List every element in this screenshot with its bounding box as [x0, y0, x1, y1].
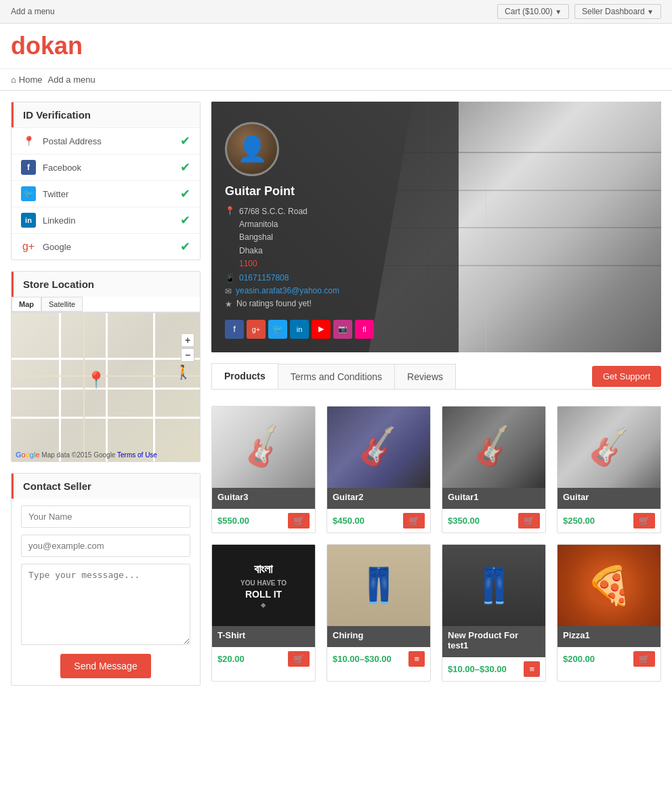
- product-name: T-Shirt: [217, 630, 310, 640]
- product-name: Guitar2: [333, 492, 425, 502]
- logo[interactable]: dokan: [11, 32, 661, 60]
- map-zoom-in[interactable]: +: [181, 333, 194, 347]
- contact-form: Send Message: [12, 499, 200, 685]
- product-price: $450.00: [333, 516, 364, 526]
- google-icon: g+: [21, 239, 36, 254]
- product-footer: Chiring: [327, 626, 430, 647]
- add-to-cart-button[interactable]: 🛒: [518, 513, 540, 528]
- view-cart-button[interactable]: ≡: [524, 661, 540, 677]
- nav-add-menu[interactable]: Add a menu: [48, 75, 96, 85]
- map-tab-map[interactable]: Map: [12, 297, 41, 312]
- product-price-row: $10.00–$30.00 ≡: [442, 657, 545, 681]
- map-placeholder: 📍 + − 🚶 Google Map data ©2015 Google Ter…: [12, 313, 200, 461]
- product-name: Guitar3: [217, 492, 310, 502]
- product-card[interactable]: 🍕 Pizza1 $200.00 🛒: [557, 544, 661, 682]
- store-email: ✉ yeasin.arafat36@yahoo.com: [225, 286, 339, 296]
- product-card[interactable]: 🎸 Guitar3 $550.00 🛒: [211, 406, 316, 533]
- sidebar-item-facebook[interactable]: f Facebook ✔: [12, 154, 200, 180]
- tab-reviews[interactable]: Reviews: [394, 364, 456, 389]
- postal-icon: 📍: [21, 133, 36, 148]
- contact-name-input[interactable]: [21, 505, 190, 528]
- store-location-section: Store Location Map Satellite 📍: [11, 271, 201, 462]
- product-footer: Guitar1: [442, 488, 545, 509]
- add-to-cart-button[interactable]: 🛒: [288, 513, 310, 528]
- map-terms-text[interactable]: Terms of Use: [117, 451, 157, 459]
- product-price-row: $20.00 🛒: [212, 647, 315, 671]
- send-message-button[interactable]: Send Message: [60, 654, 150, 678]
- map-container[interactable]: 📍 + − 🚶 Google Map data ©2015 Google Ter…: [12, 312, 200, 461]
- social-flickr-btn[interactable]: fl: [355, 320, 374, 339]
- product-price: $10.00–$30.00: [448, 664, 507, 674]
- topbar-add-menu[interactable]: Add a menu: [11, 7, 55, 16]
- contact-seller-title: Contact Seller: [12, 474, 200, 499]
- home-icon: ⌂: [11, 75, 16, 85]
- product-card[interactable]: বাংলা YOU HAVE TO ROLL IT ◆ T-Shirt $20.…: [211, 544, 316, 682]
- view-cart-button[interactable]: ≡: [408, 651, 425, 667]
- store-rating: ★ No ratings found yet!: [225, 299, 312, 309]
- product-image: 🎸: [212, 407, 315, 488]
- product-name: Pizza1: [563, 630, 655, 640]
- linkedin-label: Linkedin: [43, 215, 75, 226]
- product-card[interactable]: 🎸 Guitar2 $450.00 🛒: [327, 406, 431, 533]
- product-image: বাংলা YOU HAVE TO ROLL IT ◆: [212, 545, 315, 626]
- product-price: $20.00: [217, 654, 245, 664]
- social-twitter-btn[interactable]: 🐦: [268, 320, 287, 339]
- sidebar-item-linkedin[interactable]: in Linkedin ✔: [12, 207, 200, 233]
- social-facebook-btn[interactable]: f: [225, 320, 244, 339]
- contact-seller-section: Contact Seller Send Message: [11, 473, 201, 686]
- sidebar-item-twitter[interactable]: 🐦 Twitter ✔: [12, 180, 200, 207]
- social-linkedin-btn[interactable]: in: [290, 320, 309, 339]
- add-to-cart-button[interactable]: 🛒: [288, 651, 310, 667]
- map-zoom-out[interactable]: −: [181, 348, 194, 362]
- social-google-btn[interactable]: g+: [247, 320, 266, 339]
- map-tab-satellite[interactable]: Satellite: [41, 297, 83, 312]
- product-price-row: $200.00 🛒: [558, 647, 660, 671]
- google-check-icon: ✔: [180, 239, 190, 254]
- product-footer: New Product For test1: [442, 626, 545, 657]
- product-name: Chiring: [333, 630, 425, 640]
- product-price: $550.00: [217, 516, 249, 526]
- social-instagram-btn[interactable]: 📷: [333, 320, 352, 339]
- contact-email-input[interactable]: [21, 535, 190, 557]
- product-image: 🍕: [558, 545, 660, 626]
- facebook-label: Facebook: [43, 163, 81, 173]
- social-youtube-btn[interactable]: ▶: [312, 320, 331, 339]
- nav-home[interactable]: Home: [19, 75, 43, 85]
- seller-dashboard-button[interactable]: Seller Dashboard ▼: [574, 4, 661, 19]
- product-card[interactable]: 👖 New Product For test1 $10.00–$30.00 ≡: [442, 544, 546, 682]
- star-icon: ★: [225, 299, 232, 309]
- map-data-text: Map data ©2015 Google: [41, 451, 115, 459]
- product-name: Guitar1: [448, 492, 540, 502]
- products-grid: 🎸 Guitar3 $550.00 🛒 🎸 Guitar2: [211, 400, 661, 687]
- map-road: [83, 313, 85, 461]
- store-banner: 👤 Guitar Point 📍 67/68 S.C.C. Road Arman…: [211, 102, 661, 352]
- sidebar-item-postal: 📍 Postal Address ✔: [12, 127, 200, 154]
- content-area: 👤 Guitar Point 📍 67/68 S.C.C. Road Arman…: [211, 102, 661, 687]
- add-to-cart-button[interactable]: 🛒: [633, 651, 655, 667]
- product-price-row: $450.00 🛒: [327, 509, 430, 533]
- product-card[interactable]: 🎸 Guitar $250.00 🛒: [557, 406, 661, 533]
- map-tab-bar: Map Satellite: [12, 297, 200, 312]
- tab-terms[interactable]: Terms and Conditions: [278, 364, 395, 389]
- tab-products[interactable]: Products: [211, 363, 278, 389]
- contact-message-input[interactable]: [21, 564, 190, 645]
- add-to-cart-button[interactable]: 🛒: [403, 513, 425, 528]
- add-to-cart-button[interactable]: 🛒: [633, 513, 655, 528]
- id-verification-title: ID Verification: [12, 102, 200, 127]
- get-support-button[interactable]: Get Support: [592, 366, 661, 387]
- product-card[interactable]: 👖 Chiring $10.00–$30.00 ≡: [327, 544, 431, 682]
- top-bar: Add a menu Cart ($10.00) ▼ Seller Dashbo…: [0, 0, 672, 24]
- cart-button[interactable]: Cart ($10.00) ▼: [497, 4, 569, 19]
- twitter-check-icon: ✔: [180, 186, 190, 201]
- map-pin-icon: 📍: [86, 371, 106, 390]
- product-price-row: $10.00–$30.00 ≡: [327, 647, 430, 671]
- product-card[interactable]: 🎸 Guitar1 $350.00 🛒: [442, 406, 546, 533]
- product-footer: Guitar: [558, 488, 660, 509]
- topbar-right: Cart ($10.00) ▼ Seller Dashboard ▼: [497, 4, 661, 19]
- product-footer: Guitar2: [327, 488, 430, 509]
- sidebar-item-google[interactable]: g+ Google ✔: [12, 233, 200, 260]
- store-location-title: Store Location: [12, 272, 200, 297]
- phone-icon: 📱: [225, 274, 235, 283]
- id-verification-section: ID Verification 📍 Postal Address ✔ f Fac…: [11, 102, 201, 260]
- product-image: 🎸: [442, 407, 545, 488]
